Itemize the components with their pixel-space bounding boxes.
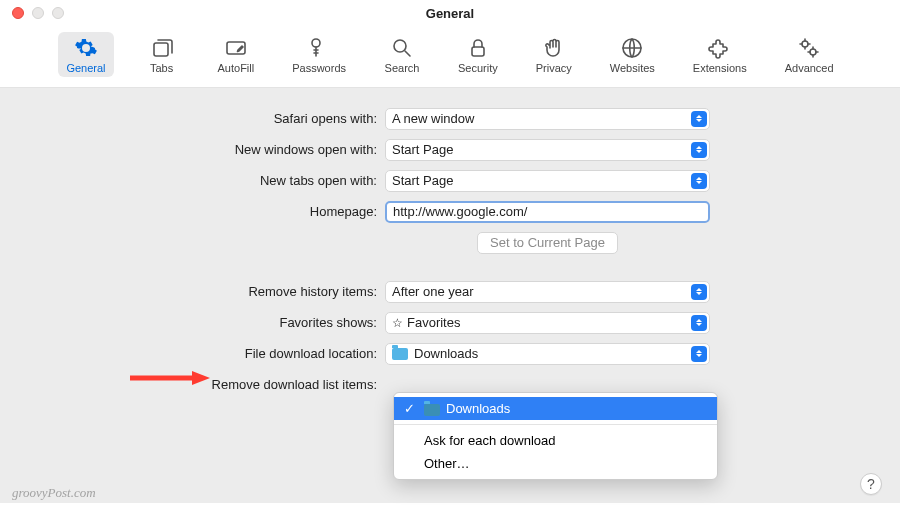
tab-label: Search [385, 62, 420, 74]
tab-passwords[interactable]: Passwords [284, 32, 354, 77]
select-new-tabs[interactable]: Start Page [385, 170, 710, 192]
menu-item-other[interactable]: Other… [394, 452, 717, 475]
select-favorites-shows[interactable]: ☆Favorites [385, 312, 710, 334]
key-icon [307, 36, 331, 60]
search-icon [390, 36, 414, 60]
select-new-windows[interactable]: Start Page [385, 139, 710, 161]
svg-rect-4 [472, 47, 484, 56]
tab-label: Websites [610, 62, 655, 74]
chevron-icon [691, 142, 707, 158]
tab-label: Passwords [292, 62, 346, 74]
svg-point-6 [802, 41, 808, 47]
chevron-icon [691, 173, 707, 189]
lock-icon [466, 36, 490, 60]
tab-label: Tabs [150, 62, 173, 74]
svg-point-2 [312, 39, 320, 47]
tab-tabs[interactable]: Tabs [136, 32, 188, 77]
select-safari-opens-with[interactable]: A new window [385, 108, 710, 130]
chevron-icon [691, 346, 707, 362]
set-current-page-button[interactable]: Set to Current Page [477, 232, 618, 254]
folder-icon [424, 404, 440, 416]
tab-extensions[interactable]: Extensions [685, 32, 755, 77]
annotation-arrow [130, 370, 210, 386]
svg-point-7 [810, 49, 816, 55]
tab-security[interactable]: Security [450, 32, 506, 77]
titlebar: General [0, 0, 900, 26]
menu-item-downloads[interactable]: Downloads [394, 397, 717, 420]
folder-icon [392, 348, 408, 360]
pencil-icon [224, 36, 248, 60]
select-download-location[interactable]: Downloads [385, 343, 710, 365]
gears-icon [797, 36, 821, 60]
tab-general[interactable]: General [58, 32, 113, 77]
chevron-icon [691, 284, 707, 300]
help-button[interactable]: ? [860, 473, 882, 495]
minimize-icon[interactable] [32, 7, 44, 19]
label-new-windows: New windows open with: [0, 142, 385, 157]
tab-privacy[interactable]: Privacy [528, 32, 580, 77]
label-homepage: Homepage: [0, 204, 385, 219]
download-location-menu[interactable]: Downloads Ask for each download Other… [393, 392, 718, 480]
zoom-icon[interactable] [52, 7, 64, 19]
tab-websites[interactable]: Websites [602, 32, 663, 77]
tab-label: General [66, 62, 105, 74]
tab-label: Privacy [536, 62, 572, 74]
svg-rect-0 [154, 43, 168, 56]
globe-icon [620, 36, 644, 60]
menu-item-ask[interactable]: Ask for each download [394, 429, 717, 452]
close-icon[interactable] [12, 7, 24, 19]
svg-point-3 [394, 40, 406, 52]
hand-icon [542, 36, 566, 60]
puzzle-icon [708, 36, 732, 60]
tab-label: Advanced [785, 62, 834, 74]
label-remove-history: Remove history items: [0, 284, 385, 299]
label-new-tabs: New tabs open with: [0, 173, 385, 188]
tab-label: AutoFill [218, 62, 255, 74]
select-remove-history[interactable]: After one year [385, 281, 710, 303]
window-controls [12, 7, 64, 19]
tab-advanced[interactable]: Advanced [777, 32, 842, 77]
window-title: General [0, 6, 900, 21]
label-favorites-shows: Favorites shows: [0, 315, 385, 330]
label-safari-opens-with: Safari opens with: [0, 111, 385, 126]
tab-search[interactable]: Search [376, 32, 428, 77]
label-download-location: File download location: [0, 346, 385, 361]
tabs-icon [150, 36, 174, 60]
preferences-toolbar: General Tabs AutoFill Passwords Search S… [0, 26, 900, 88]
homepage-input[interactable] [385, 201, 710, 223]
gear-icon [74, 36, 98, 60]
svg-marker-9 [192, 371, 210, 385]
menu-separator [394, 424, 717, 425]
chevron-icon [691, 111, 707, 127]
watermark: groovyPost.com [12, 485, 96, 501]
chevron-icon [691, 315, 707, 331]
tab-label: Extensions [693, 62, 747, 74]
tab-autofill[interactable]: AutoFill [210, 32, 263, 77]
star-icon: ☆ [392, 316, 403, 330]
tab-label: Security [458, 62, 498, 74]
